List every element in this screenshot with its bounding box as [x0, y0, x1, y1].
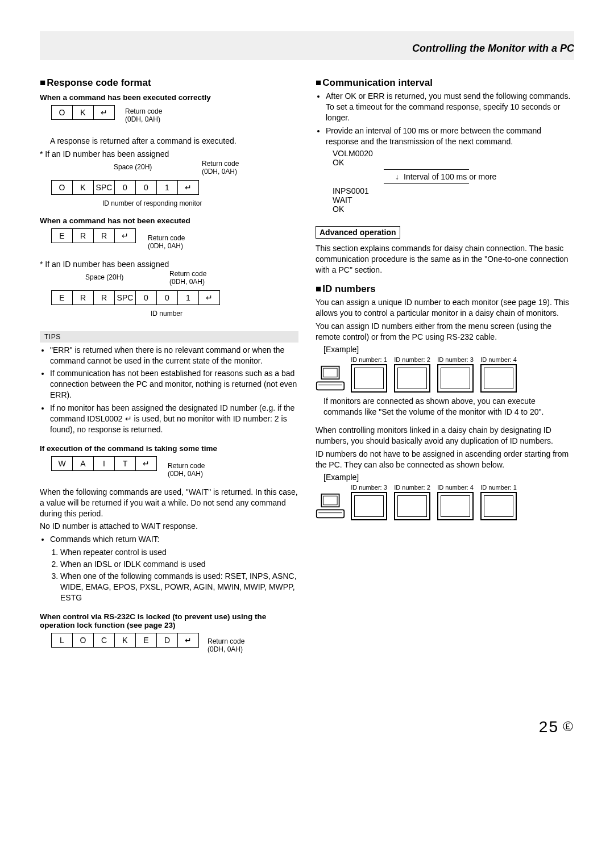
ex-volm: VOLM0020 [333, 149, 574, 158]
wait-numbered-list: When repeater control is used When an ID… [60, 547, 298, 603]
monitor-label: ID number: 3 [437, 356, 474, 363]
id-assigned-note-1: * If an ID number has been assigned [40, 149, 298, 160]
monitor-icon [394, 364, 430, 393]
cell: R [94, 228, 115, 243]
cell: R [73, 290, 94, 304]
cell: E [52, 228, 73, 243]
interval-line-bottom [384, 183, 469, 184]
comm-b1-text: After OK or ERR is returned, you must se… [326, 91, 570, 101]
id-p1: You can assign a unique ID number to eac… [316, 297, 574, 319]
return-code-hex: (0DH, 0AH) [125, 115, 160, 123]
tips-header: TIPS [40, 331, 298, 343]
cell: A [73, 456, 94, 470]
table-ok-id: O K SPC 0 0 1 ↵ [51, 180, 199, 195]
cell: ↵ [136, 456, 157, 470]
svg-rect-6 [317, 510, 345, 518]
wait-bullet-head: Commands which return WAIT: [50, 534, 298, 545]
monitor-icon [480, 492, 517, 520]
monitor-label: ID number: 3 [351, 484, 387, 491]
table-locked: L O C K E D ↵ [51, 633, 199, 648]
wait-desc-2: No ID number is attached to WAIT respons… [40, 521, 298, 532]
tip-item: "ERR" is returned when there is no relev… [50, 345, 298, 366]
svg-rect-5 [323, 496, 337, 506]
header-title: Controlling the Monitor with a PC [412, 43, 574, 54]
tip-item: If communication has not been establishe… [50, 368, 298, 400]
monitor-label: ID number: 4 [480, 356, 517, 363]
monitor-label: ID number: 4 [437, 484, 474, 491]
tips-list: "ERR" is returned when there is no relev… [50, 345, 298, 435]
cell: O [73, 633, 94, 647]
ex-ok2: OK [333, 205, 574, 214]
cell: K [73, 180, 94, 194]
interval-example: VOLM0020 OK ↓ Interval of 100 ms or more… [333, 149, 574, 214]
cell: ↵ [94, 106, 115, 120]
table-wait: W A I T ↵ [51, 456, 157, 471]
arrow-down-icon: ↓ [395, 172, 399, 181]
id-responding-label: ID number of responding monitor [102, 199, 298, 207]
table-err-id: E R R SPC 0 0 1 ↵ [51, 290, 220, 305]
cell: K [73, 106, 94, 120]
table-err: E R R ↵ [51, 228, 136, 243]
comm-b1b-text: To set a timeout for the command respons… [326, 102, 560, 122]
id-assigned-note-2: * If an ID number has been assigned [40, 259, 298, 270]
pc-icon [316, 365, 345, 393]
heading-response-code: Response code format [40, 77, 298, 89]
cell: ↵ [199, 290, 220, 304]
return-code-hex-3: (0DH, 0AH) [148, 242, 183, 250]
cell: 0 [136, 180, 157, 194]
page-number: 25 Ⓔ [40, 718, 574, 736]
return-code-label-3: Return code [148, 234, 185, 242]
wait-desc-1: When the following commands are used, "W… [40, 487, 298, 519]
example-1-row: ID number: 1 ID number: 2 ID number: 3 I… [316, 356, 574, 393]
comm-bullet-1: After OK or ERR is returned, you must se… [326, 91, 574, 123]
cell: L [52, 633, 73, 647]
response-desc: A response is returned after a command i… [50, 136, 298, 147]
tip-item: If no monitor has been assigned the desi… [50, 403, 298, 435]
cell: O [52, 180, 73, 194]
return-code-hex-6: (0DH, 0AH) [208, 645, 243, 653]
cell: T [115, 456, 136, 470]
id-p4: ID numbers do not have to be assigned in… [316, 449, 574, 470]
sub-not-executed: When a command has not been executed [40, 216, 298, 225]
monitor-label: ID number: 2 [394, 356, 430, 363]
id-p3: When controlling monitors linked in a da… [316, 425, 574, 446]
cell: SPC [94, 180, 115, 194]
page-num-circ: Ⓔ [559, 721, 574, 732]
return-code-label-4: Return code [169, 270, 206, 278]
ex-inps: INPS0001 [333, 186, 574, 195]
example-label-2: [Example] [323, 473, 574, 482]
right-column: Communication interval After OK or ERR i… [316, 77, 574, 661]
wait-item: When repeater control is used [60, 547, 298, 558]
cell: SPC [115, 290, 136, 304]
advanced-operation-box: Advanced operation [316, 226, 400, 239]
space-20h-label-2: Space (20H) [85, 273, 123, 281]
monitor-icon [437, 492, 474, 520]
example-1-desc: If monitors are connected as shown above… [323, 396, 574, 418]
wait-item: When an IDSL or IDLK command is used [60, 559, 298, 570]
cell: W [52, 456, 73, 470]
advanced-operation-desc: This section explains commands for daisy… [316, 243, 574, 276]
cell: I [94, 456, 115, 470]
svg-rect-1 [323, 368, 337, 377]
header-bar: Controlling the Monitor with a PC [40, 31, 574, 60]
cell: R [94, 290, 115, 304]
monitor-label: ID number: 1 [351, 356, 387, 363]
cell: C [94, 633, 115, 647]
page-num-value: 25 [539, 718, 559, 736]
sub-executed-correctly: When a command has been executed correct… [40, 93, 298, 102]
page-container: Controlling the Monitor with a PC Respon… [0, 0, 614, 753]
monitor-icon [351, 364, 387, 393]
heading-comm-interval: Communication interval [316, 77, 574, 89]
monitor-icon [394, 492, 430, 520]
sub-locked: When control via RS-232C is locked (to p… [40, 612, 298, 629]
return-code-hex-5: (0DH, 0AH) [168, 470, 203, 478]
example-label-1: [Example] [323, 345, 574, 354]
return-code-label: Return code [125, 107, 162, 115]
return-code-hex-2: (0DH, 0AH) [202, 168, 237, 176]
cell: E [136, 633, 157, 647]
cell: R [73, 228, 94, 243]
cell: E [52, 290, 73, 304]
cell: 1 [178, 290, 199, 304]
cell: 0 [115, 180, 136, 194]
comm-bullet-2: Provide an interval of 100 ms or more be… [326, 126, 574, 147]
